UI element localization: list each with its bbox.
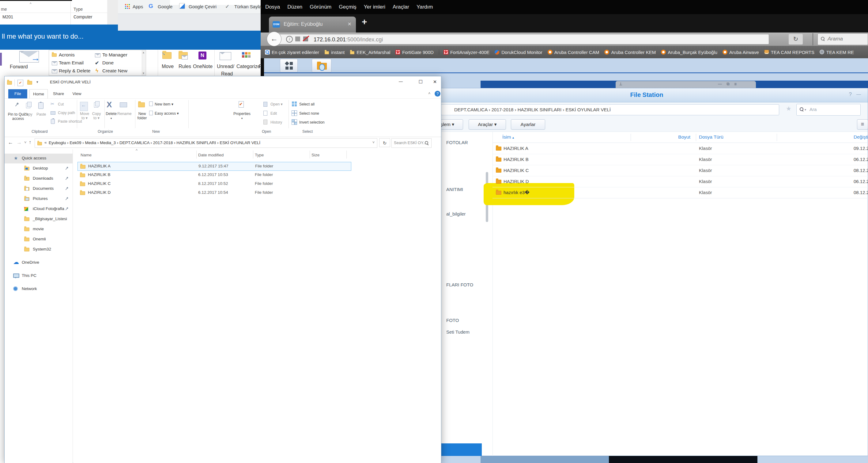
fs-search-box[interactable]: ▾ Ara — [796, 104, 861, 116]
tree-item-fragment[interactable]: Seti Tudem — [446, 329, 469, 335]
quickstep-done[interactable]: Done — [102, 60, 114, 66]
bookmark-aruba-airwave[interactable]: Aruba Airwave — [722, 50, 759, 55]
quickstep-reply-delete[interactable]: Reply & Delete — [59, 68, 90, 74]
blue-button-fragment[interactable] — [440, 443, 482, 456]
close-button[interactable]: ✕ — [429, 79, 441, 85]
bookmark-aruba-cam[interactable]: Aruba Controller CAM — [548, 50, 599, 55]
bookmark-aruba-kem[interactable]: Aruba Controller KEM — [604, 50, 656, 55]
copy-button[interactable]: Copy — [24, 112, 32, 117]
select-none-button[interactable]: Select none — [299, 111, 319, 116]
row-name[interactable]: M201 — [2, 15, 13, 19]
ayarlar-button[interactable]: Ayarlar — [511, 119, 545, 130]
sidebar-item-icloud[interactable]: iCloud Fotoğrafla — [5, 204, 73, 214]
bookmark-dorukcloud[interactable]: DorukCloud Monitor — [495, 50, 542, 55]
minimize-icon[interactable]: — — [856, 91, 861, 96]
address-bar[interactable]: « Eyuboglu › Eek09 › Media › Media_3 › D… — [35, 138, 377, 148]
help-icon[interactable]: ? — [849, 91, 852, 97]
info-icon[interactable]: i — [286, 36, 293, 42]
forward-button[interactable]: Forward — [10, 64, 28, 69]
sidebar-item-documents[interactable]: Documents — [5, 184, 73, 194]
sidebar-item-pictures[interactable]: Pictures — [5, 194, 73, 204]
tree-item-fragment[interactable]: ANITIMI — [446, 187, 463, 192]
paste-shortcut-button[interactable]: Paste shortcut — [58, 119, 82, 123]
nav-up-icon[interactable]: ↑ — [29, 140, 31, 145]
sidebar-item-network[interactable]: Network — [5, 284, 73, 294]
col-name[interactable]: Name — [81, 153, 92, 157]
chrome-bookmark-google[interactable]: Google — [158, 4, 173, 9]
menu-dosya[interactable]: Dosya — [265, 4, 280, 10]
bookmark-tea-cam[interactable]: TEA CAM REPORTS — [764, 50, 814, 55]
tab-view[interactable]: View — [69, 89, 85, 98]
background-window-controls[interactable]: — ⧉ ≣ — [718, 82, 739, 86]
sidebar-item-onemli[interactable]: Onemli — [5, 235, 73, 244]
paste-button[interactable]: Paste — [36, 112, 46, 117]
tab-close-icon[interactable]: ✕ — [348, 21, 351, 27]
sidebar-item-movie[interactable]: movie — [5, 225, 73, 234]
fs-row[interactable]: HAZIRLIK A Klasör 09.12.2017 — [493, 143, 868, 154]
ribbon-collapse-icon[interactable]: ˄ — [428, 91, 431, 96]
dsm-file-station-button[interactable] — [312, 59, 331, 73]
menu-yerimleri[interactable]: Yer imleri — [364, 4, 385, 10]
fs-col-modified[interactable]: Değiştirm — [854, 134, 868, 140]
rename-button[interactable]: Rename — [117, 112, 131, 116]
chrome-bookmark-translate[interactable]: Google Çeviri — [189, 4, 217, 9]
fs-col-type[interactable]: Dosya Türü — [699, 134, 723, 140]
qat-caret-icon[interactable]: ▾ — [36, 80, 38, 84]
nav-recent-icon[interactable]: ˅ — [24, 140, 27, 145]
apps-grid-icon[interactable] — [125, 4, 126, 5]
col-header-name-fragment[interactable]: me — [1, 7, 7, 12]
move-button[interactable]: Move — [162, 64, 174, 69]
fs-row-highlighted[interactable]: hazırlık e3� Klasör 08.12.2017 — [493, 187, 868, 198]
favorite-star-icon[interactable]: ★ — [786, 105, 792, 112]
tab-share[interactable]: Share — [50, 89, 67, 98]
move-to-button[interactable]: Moveto ▾ — [79, 112, 90, 120]
sidebar-item-bilgisayar[interactable]: _Bilgisayar_Listesi — [5, 214, 73, 224]
easy-access-button[interactable]: Easy access ▾ — [155, 111, 179, 116]
sidebar-item-desktop[interactable]: Desktop — [5, 164, 73, 174]
tree-item-fragment[interactable]: FOTO — [446, 318, 459, 323]
explorer-search-box[interactable]: Search ESKİ OY... — [392, 138, 432, 148]
open-button[interactable]: Open ▾ — [271, 102, 283, 107]
maximize-button[interactable]: ☐ — [414, 79, 428, 85]
fs-col-name[interactable]: İsim ▴ — [502, 134, 514, 140]
onenote-button[interactable]: OneNote — [193, 64, 213, 69]
back-button[interactable]: ← — [267, 32, 281, 46]
col-size[interactable]: Size — [311, 153, 319, 157]
minimize-button[interactable]: — — [394, 79, 408, 84]
fs-col-size[interactable]: Boyut — [664, 134, 690, 140]
menu-araclar[interactable]: Araçlar — [393, 4, 409, 10]
cut-button[interactable]: Cut — [58, 102, 64, 107]
view-mode-button[interactable]: ≡ — [857, 119, 868, 130]
copy-to-button[interactable]: Copyto ▾ — [91, 112, 102, 120]
sidebar-item-system32[interactable]: System32 — [5, 245, 73, 255]
url-text[interactable]: 172.16.0.201:5000/index.cgi — [314, 36, 383, 43]
sidebar-item-onedrive[interactable]: ☁ OneDrive — [5, 258, 73, 268]
sidebar-item-downloads[interactable]: ↓ Downloads — [5, 174, 73, 184]
sidebar-quick-access[interactable]: ★ Quick access — [5, 154, 73, 164]
fs-row[interactable]: HAZIRLIK B Klasör 06.12.2017 — [493, 154, 868, 165]
file-row[interactable]: HAZIRLIK B 6.12.2017 10:53 File folder — [78, 171, 351, 180]
quickstep-to-manager[interactable]: To Manager — [102, 52, 127, 58]
edit-button[interactable]: Edit — [271, 111, 277, 116]
file-row[interactable]: HAZIRLIK D 6.12.2017 10:54 File folder — [78, 189, 351, 198]
col-modified[interactable]: Date modified — [198, 153, 224, 157]
bookmark-eek-airmarshal[interactable]: EEK_AirMarshal — [350, 50, 390, 55]
explorer-help-icon[interactable]: ? — [435, 91, 440, 96]
chrome-bookmark-turkan[interactable]: Türkan Sayla — [234, 4, 261, 9]
fs-row[interactable]: HAZIRLIK C Klasör 08.12.2017 — [493, 165, 868, 176]
url-bar[interactable]: i 172.16.0.201:5000/index.cgi — [273, 34, 769, 45]
rules-button[interactable]: Rules — [179, 64, 191, 69]
file-station-header[interactable]: File Station ? — — [426, 88, 868, 103]
invert-selection-button[interactable]: Invert selection — [299, 120, 325, 124]
new-folder-button[interactable]: Newfolder — [136, 112, 148, 120]
quickstep-acronis[interactable]: Acronis — [59, 52, 75, 58]
sidebar-item-thispc[interactable]: This PC — [5, 271, 73, 281]
categorize-button[interactable]: Categorize — [237, 64, 260, 69]
new-item-button[interactable]: New item ▾ — [155, 102, 173, 107]
quickstep-team-email[interactable]: Team Email — [59, 60, 84, 66]
file-row[interactable]: HAZIRLIK C 8.12.2017 10:52 File folder — [78, 180, 351, 189]
tree-item-fragment[interactable]: FLARI FOTO — [446, 282, 473, 287]
tab-home[interactable]: Home — [29, 89, 48, 98]
dsm-main-menu-button[interactable] — [280, 59, 298, 73]
permissions-icon[interactable] — [295, 36, 300, 41]
